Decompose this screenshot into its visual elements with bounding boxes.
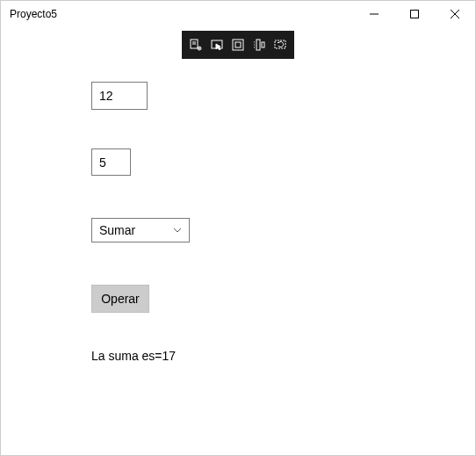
operate-button[interactable]: Operar [91, 285, 149, 313]
maximize-icon [410, 10, 419, 18]
svg-rect-1 [411, 11, 419, 18]
number2-input[interactable] [91, 148, 131, 176]
result-label: La suma es=17 [91, 349, 176, 363]
operate-button-label: Operar [101, 292, 140, 306]
minimize-icon [370, 10, 379, 18]
chevron-down-icon [171, 224, 184, 236]
window-title: Proyecto5 [10, 8, 57, 20]
window-controls [354, 1, 475, 27]
client-area: Sumar Operar La suma es=17 [1, 27, 475, 455]
maximize-button[interactable] [394, 1, 435, 27]
close-icon [451, 10, 459, 18]
titlebar: Proyecto5 [1, 1, 475, 27]
number1-input[interactable] [91, 82, 148, 110]
close-button[interactable] [435, 1, 475, 27]
operation-selected: Sumar [99, 223, 135, 237]
minimize-button[interactable] [354, 1, 394, 27]
operation-combobox[interactable]: Sumar [91, 218, 190, 242]
